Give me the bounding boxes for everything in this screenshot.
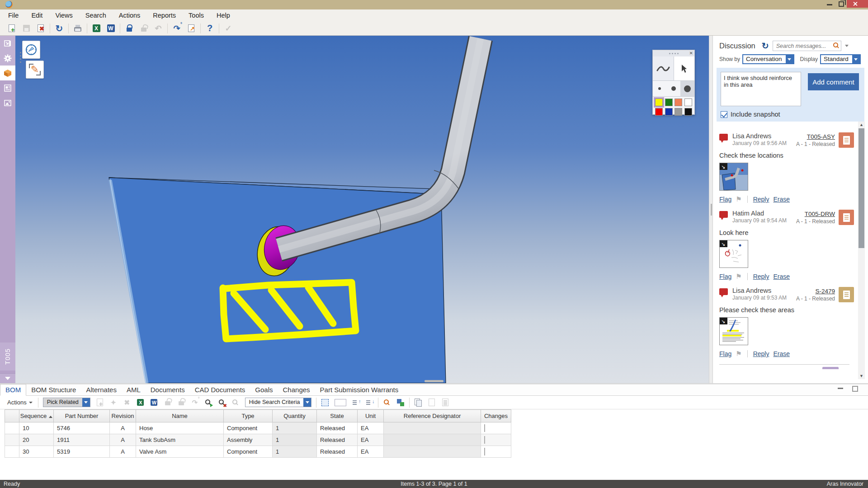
select-tool-button[interactable]: [674, 56, 695, 80]
column-header-name[interactable]: Name: [136, 410, 224, 422]
sidebar-item-form[interactable]: [0, 80, 15, 95]
flag-link[interactable]: Flag: [719, 196, 731, 203]
pick-related-select[interactable]: Pick Related: [43, 398, 90, 407]
search-criteria-select[interactable]: Hide Search Criteria: [245, 398, 312, 407]
menu-tools[interactable]: Tools: [189, 12, 204, 19]
3d-viewer[interactable]: ✎ ✕: [15, 36, 709, 383]
row-selector[interactable]: [5, 446, 19, 458]
color-swatch-yellow[interactable]: [655, 99, 663, 106]
unlock-icon[interactable]: [138, 23, 150, 34]
color-swatch-orange[interactable]: [675, 99, 682, 106]
column-header-type[interactable]: Type: [224, 410, 273, 422]
tab-alternates[interactable]: Alternates: [81, 385, 122, 395]
new-row-icon[interactable]: +: [94, 397, 105, 408]
menu-edit[interactable]: Edit: [31, 12, 42, 19]
comment-input[interactable]: I think we should reinforce in this area: [721, 72, 801, 106]
menu-actions[interactable]: Actions: [119, 12, 141, 19]
freehand-tool-button[interactable]: [653, 56, 674, 80]
report-icon[interactable]: [440, 397, 451, 408]
filter-box[interactable]: [335, 399, 346, 406]
undo-icon[interactable]: ↶: [152, 23, 164, 34]
lock-icon[interactable]: [123, 23, 135, 34]
search-icon[interactable]: [833, 42, 840, 49]
sidebar-item-tab[interactable]: T005: [0, 343, 15, 371]
add-comment-button[interactable]: Add comment: [808, 73, 859, 90]
drawing-document-icon[interactable]: [839, 210, 854, 225]
paste-icon[interactable]: [426, 397, 437, 408]
comment-item-link[interactable]: T005-ASY: [807, 133, 835, 140]
column-header-unit[interactable]: Unit: [358, 410, 384, 422]
select-columns-icon[interactable]: [320, 397, 330, 408]
color-swatch-gray[interactable]: [675, 108, 682, 116]
sort-descending-icon[interactable]: ↓: [364, 397, 375, 408]
brush-size-medium[interactable]: [667, 81, 681, 96]
pick-related-icon[interactable]: ✦: [108, 397, 119, 408]
color-swatch-green[interactable]: [665, 99, 673, 106]
discussion-scrollbar[interactable]: ▲ ▼: [858, 122, 865, 379]
sort-ascending-icon[interactable]: ↑: [350, 397, 361, 408]
tab-part-submission-warrants[interactable]: Part Submission Warrants: [315, 385, 404, 395]
sidebar-item-settings[interactable]: [0, 51, 15, 66]
reply-link[interactable]: Reply: [753, 350, 769, 357]
reply-link[interactable]: Reply: [753, 196, 769, 203]
tab-goals[interactable]: Goals: [250, 385, 278, 395]
tab-cad-documents[interactable]: CAD Documents: [190, 385, 250, 395]
column-header-state[interactable]: State: [317, 410, 358, 422]
delete-row-icon[interactable]: ✖: [122, 397, 132, 408]
discussion-refresh-icon[interactable]: ↻: [762, 41, 769, 51]
route-icon[interactable]: ↷: [189, 397, 200, 408]
flag-link[interactable]: Flag: [719, 273, 731, 280]
markup-pencil-button[interactable]: ✎: [26, 61, 44, 79]
show-by-select[interactable]: Conversation: [742, 54, 794, 64]
column-header-part-number[interactable]: Part Number: [54, 410, 110, 422]
table-row[interactable]: 10 5746 A Hose Component 1 Released EA: [5, 422, 511, 434]
cad-snapshot-thumbnail[interactable]: ↘: [719, 163, 748, 191]
display-select[interactable]: Standard: [820, 54, 861, 64]
toolbar-grip[interactable]: [19, 52, 21, 66]
palette-title-bar[interactable]: ✕: [653, 50, 694, 56]
export-excel-icon[interactable]: X: [135, 397, 146, 408]
scroll-up-icon[interactable]: ▲: [858, 122, 865, 128]
drawing-snapshot-thumbnail[interactable]: ↘: [719, 240, 748, 268]
changes-checkbox[interactable]: [484, 424, 485, 432]
chevron-down-icon[interactable]: [303, 398, 311, 407]
brush-size-large[interactable]: [680, 81, 694, 96]
sidebar-item-image[interactable]: [0, 95, 15, 110]
tab-bom-structure[interactable]: BOM Structure: [26, 385, 81, 395]
lock-icon[interactable]: [162, 397, 173, 408]
comment-item-link[interactable]: S-2479: [815, 288, 835, 295]
chevron-down-icon[interactable]: [786, 55, 793, 63]
chevron-down-icon[interactable]: [82, 398, 90, 407]
column-header-revision[interactable]: Revision: [110, 410, 136, 422]
help-icon[interactable]: ?: [204, 23, 216, 34]
changes-checkbox[interactable]: [484, 436, 485, 444]
tab-documents[interactable]: Documents: [146, 385, 190, 395]
menu-reports[interactable]: Reports: [153, 12, 176, 19]
export-excel-icon[interactable]: X: [90, 23, 102, 34]
orient-compass-button[interactable]: [22, 41, 40, 59]
color-swatch-black[interactable]: [684, 108, 692, 116]
tab-aml[interactable]: AML: [122, 385, 146, 395]
column-header-reference-designator[interactable]: Reference Designator: [384, 410, 481, 422]
brush-size-small[interactable]: [653, 81, 667, 96]
sidebar-item-3d-model[interactable]: [0, 66, 15, 80]
erase-link[interactable]: Erase: [773, 273, 790, 280]
panel-minimize-icon[interactable]: [838, 388, 843, 389]
row-selector[interactable]: [5, 434, 19, 446]
color-swatch-red[interactable]: [655, 108, 663, 116]
erase-link[interactable]: Erase: [773, 350, 790, 357]
scrollbar-thumb[interactable]: [859, 128, 864, 248]
close-button[interactable]: [847, 0, 868, 8]
assembly-document-icon[interactable]: [839, 132, 854, 148]
promote-icon[interactable]: ↗: [185, 23, 197, 34]
new-item-icon[interactable]: +: [6, 23, 18, 34]
message-search-input[interactable]: [773, 41, 841, 51]
table-row[interactable]: 20 1911 A Tank SubAsm Assembly 1 Release…: [5, 434, 511, 446]
table-row[interactable]: 30 5319 A Valve Asm Component 1 Released…: [5, 446, 511, 458]
menu-help[interactable]: Help: [217, 12, 230, 19]
menu-views[interactable]: Views: [55, 12, 72, 19]
vertical-splitter[interactable]: [709, 36, 713, 383]
tab-changes[interactable]: Changes: [278, 385, 315, 395]
reply-link[interactable]: Reply: [753, 273, 769, 280]
specification-document-icon[interactable]: [839, 287, 854, 302]
